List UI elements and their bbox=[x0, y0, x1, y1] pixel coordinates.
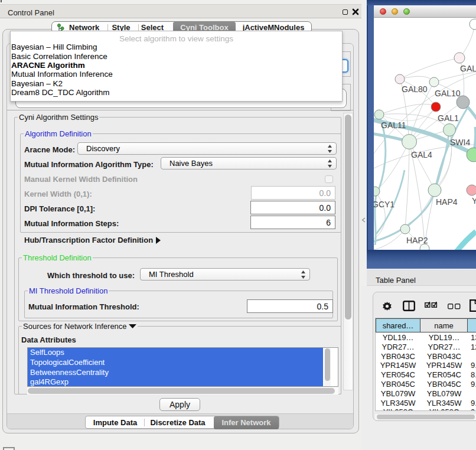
svg-text:GAL8: GAL8 bbox=[460, 64, 476, 73]
svg-text:GAL4: GAL4 bbox=[411, 150, 432, 159]
svg-text:HAP2: HAP2 bbox=[406, 236, 428, 245]
svg-text:HAP4: HAP4 bbox=[436, 197, 458, 207]
svg-text:GAL10: GAL10 bbox=[435, 89, 461, 98]
svg-text:GCY1: GCY1 bbox=[374, 200, 395, 209]
svg-text:GAL1: GAL1 bbox=[438, 113, 459, 123]
svg-text:SWI4: SWI4 bbox=[450, 138, 470, 147]
svg-text:GAL80: GAL80 bbox=[402, 84, 428, 94]
svg-text:GAL11: GAL11 bbox=[381, 120, 406, 130]
svg-text:Y: Y bbox=[472, 196, 476, 206]
